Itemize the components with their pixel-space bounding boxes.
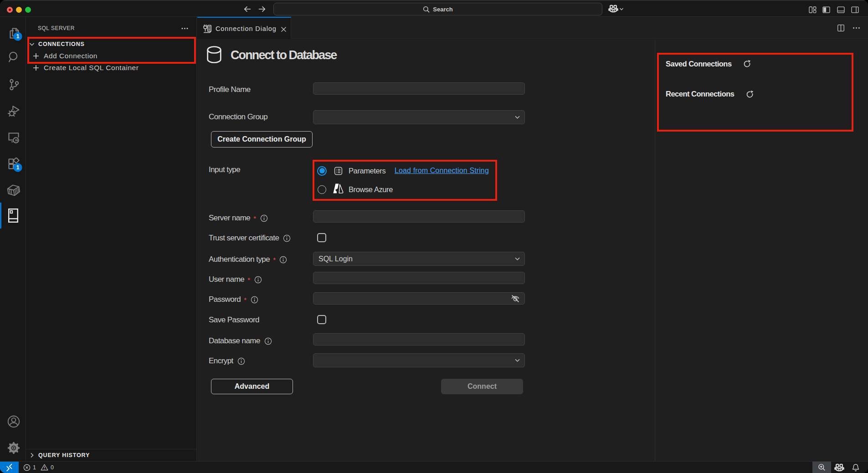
svg-text:1: 1 bbox=[16, 33, 19, 40]
svg-text:1: 1 bbox=[16, 164, 19, 171]
